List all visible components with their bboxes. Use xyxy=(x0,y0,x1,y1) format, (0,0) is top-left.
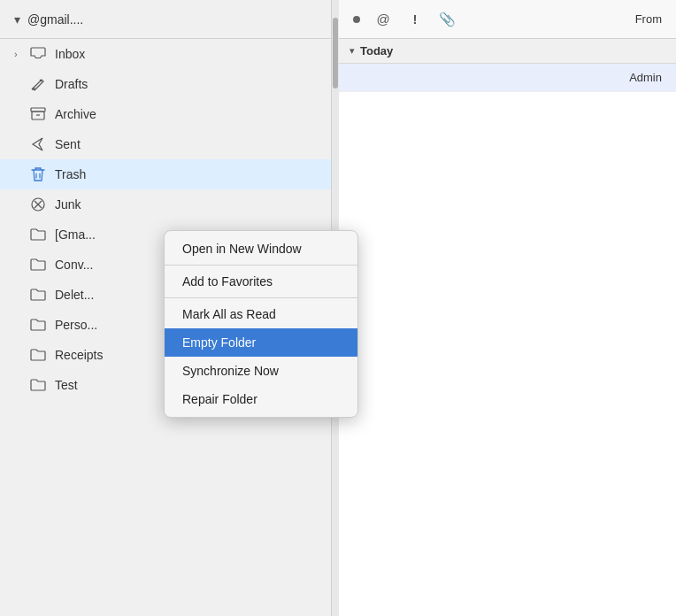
email-row[interactable]: Admin xyxy=(339,64,676,92)
sidebar-item-label-drafts: Drafts xyxy=(55,77,88,91)
sidebar-item-label-junk: Junk xyxy=(55,197,81,212)
folder-icon-receipts xyxy=(28,345,48,365)
sidebar-item-archive[interactable]: Archive xyxy=(0,99,331,129)
sidebar-item-label-conv: Conv... xyxy=(55,258,93,272)
archive-icon xyxy=(28,104,48,124)
paperclip-icon: 📎 xyxy=(438,11,456,28)
context-menu-item-empty-folder[interactable]: Empty Folder xyxy=(165,328,357,357)
sent-icon xyxy=(28,135,48,154)
sidebar-item-label-delet: Delet... xyxy=(55,288,94,302)
sidebar-item-inbox[interactable]: › Inbox xyxy=(0,39,331,69)
sidebar-item-label-trash: Trash xyxy=(55,167,86,181)
expand-arrow-icon: › xyxy=(14,49,28,59)
email-sender: Admin xyxy=(629,71,662,84)
folder-icon-delet xyxy=(28,285,48,304)
today-section: ▾ Today xyxy=(339,39,676,64)
sidebar-item-label-receipts: Receipts xyxy=(55,348,103,362)
sidebar-item-label-inbox: Inbox xyxy=(55,47,85,61)
sidebar-header: ▾ @gmail.... xyxy=(0,0,331,39)
today-label: Today xyxy=(360,44,393,58)
dot-icon xyxy=(353,16,360,23)
sidebar-item-label-gmail: [Gma... xyxy=(55,227,96,242)
context-menu-item-synchronize-now[interactable]: Synchronize Now xyxy=(165,357,357,385)
main-content: @ ! 📎 From ▾ Today Admin xyxy=(339,0,676,616)
context-menu-item-add-to-favorites[interactable]: Add to Favorites xyxy=(165,267,357,296)
sidebar-item-label-archive: Archive xyxy=(55,107,96,121)
main-header: @ ! 📎 From xyxy=(339,0,676,39)
junk-icon xyxy=(28,195,48,214)
context-menu-divider-2 xyxy=(165,297,357,298)
context-menu: Open in New Window Add to Favorites Mark… xyxy=(164,230,358,418)
drafts-icon xyxy=(28,74,48,94)
folder-icon-pers xyxy=(28,315,48,335)
sidebar-item-label-test: Test xyxy=(55,378,78,392)
folder-icon-test xyxy=(28,375,48,395)
sidebar-item-sent[interactable]: Sent xyxy=(0,129,331,159)
sidebar-item-junk[interactable]: Junk xyxy=(0,189,331,219)
exclamation-icon: ! xyxy=(406,11,424,28)
from-label: From xyxy=(635,12,662,26)
at-icon: @ xyxy=(374,11,392,28)
trash-icon xyxy=(28,165,48,184)
sidebar-item-trash[interactable]: Trash xyxy=(0,159,331,189)
sidebar-item-drafts[interactable]: Drafts xyxy=(0,69,331,99)
sidebar-item-label-pers: Perso... xyxy=(55,318,97,332)
account-name: @gmail.... xyxy=(27,12,83,27)
folder-icon-gmail xyxy=(28,225,48,244)
context-menu-item-open-new-window[interactable]: Open in New Window xyxy=(165,235,357,263)
sidebar-item-label-sent: Sent xyxy=(55,137,81,151)
chevron-down-icon[interactable]: ▾ xyxy=(14,12,20,27)
context-menu-item-repair-folder[interactable]: Repair Folder xyxy=(165,385,357,413)
today-chevron-icon: ▾ xyxy=(350,45,355,57)
scrollbar-thumb[interactable] xyxy=(333,18,338,89)
context-menu-divider-1 xyxy=(165,265,357,266)
inbox-icon xyxy=(28,44,48,64)
folder-icon-conv xyxy=(28,255,48,274)
context-menu-item-mark-all-read[interactable]: Mark All as Read xyxy=(165,300,357,328)
